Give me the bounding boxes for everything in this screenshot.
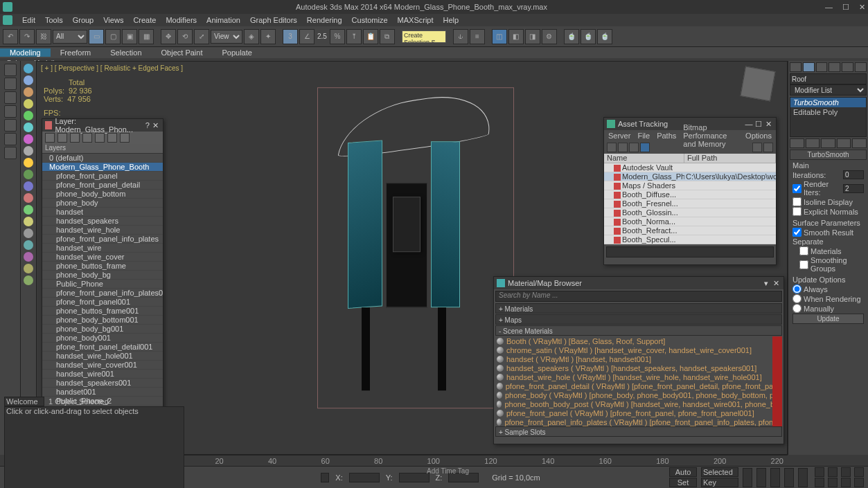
app-menu-icon[interactable] xyxy=(3,15,12,25)
menu-rendering[interactable]: Rendering xyxy=(307,16,342,24)
menu-grapheditors[interactable]: Graph Editors xyxy=(250,16,297,24)
create-light-icon[interactable] xyxy=(4,91,17,104)
modifier-stack[interactable]: TurboSmooth Editable Poly xyxy=(790,97,867,137)
menu-modifiers[interactable]: Modifiers xyxy=(166,16,197,24)
ribbon-tab-populate[interactable]: Populate xyxy=(212,48,261,57)
layer-row[interactable]: phone_body xyxy=(42,199,163,208)
material-group-sample[interactable]: + Sample Slots xyxy=(495,426,782,437)
nav-pan-button[interactable] xyxy=(815,467,824,477)
asset-tracking-panel[interactable]: Asset Tracking — ☐ ✕ Server File Paths B… xyxy=(603,117,777,265)
plane-icon[interactable] xyxy=(24,170,33,179)
asset-tb-4[interactable] xyxy=(640,143,650,152)
close-button[interactable]: ✕ xyxy=(859,3,865,12)
menu-tools[interactable]: Tools xyxy=(45,16,63,24)
geosphere-icon[interactable] xyxy=(24,75,33,85)
select-window-button[interactable]: ▣ xyxy=(122,29,137,44)
material-item[interactable]: chrome_satin ( VRayMtl ) [handset_wire_c… xyxy=(495,345,782,354)
menu-maxscript[interactable]: MAXScript xyxy=(398,16,434,24)
layer-row[interactable]: handset_speakers xyxy=(42,217,163,226)
torus-icon[interactable] xyxy=(24,123,33,132)
nav-zoom-button[interactable] xyxy=(828,467,838,477)
create-shape-icon[interactable] xyxy=(4,78,17,90)
prim-7-icon[interactable] xyxy=(24,252,33,262)
layer-select-button[interactable] xyxy=(82,133,92,143)
cone-icon[interactable] xyxy=(24,111,33,120)
align-button[interactable]: ⫝ xyxy=(453,29,468,44)
menu-edit[interactable]: Edit xyxy=(22,16,35,24)
material-list[interactable]: Booth ( VRayMtl ) [Base, Glass, Roof, Su… xyxy=(495,336,782,426)
create-helper-icon[interactable] xyxy=(4,119,17,132)
refcoord-select[interactable]: View xyxy=(211,30,242,44)
play-start-button[interactable] xyxy=(743,468,752,487)
layer-row[interactable]: phone_buttos_frame001 xyxy=(42,307,163,316)
layer-row[interactable]: pfone_front_panel_info_plates001 xyxy=(42,289,163,298)
layers-button[interactable]: ≡ xyxy=(470,29,485,44)
asset-row[interactable]: Booth_Refract... xyxy=(604,226,776,235)
menu-group[interactable]: Group xyxy=(73,16,94,24)
ribbon-tab-objectpaint[interactable]: Object Paint xyxy=(152,48,213,57)
layer-row[interactable]: handset_wire_hole001 xyxy=(42,352,163,361)
cmd-modify-tab[interactable] xyxy=(803,62,815,72)
render-iters-input[interactable] xyxy=(843,184,864,193)
material-close-button[interactable]: ✕ xyxy=(771,279,781,288)
asset-min-button[interactable]: — xyxy=(744,120,754,128)
asset-row[interactable]: Booth_Diffuse... xyxy=(604,190,776,199)
minimize-button[interactable]: — xyxy=(825,3,833,12)
prim-5-icon[interactable] xyxy=(24,228,33,238)
cylinder-icon[interactable] xyxy=(24,99,33,109)
nav-orbit-button[interactable] xyxy=(815,478,824,487)
explicit-normals-check[interactable] xyxy=(792,207,801,216)
select-rect-button[interactable]: ▢ xyxy=(105,29,121,44)
prim-6-icon[interactable] xyxy=(24,240,33,250)
menu-create[interactable]: Create xyxy=(133,16,156,24)
asset-menu-file[interactable]: File xyxy=(637,132,650,140)
material-search-input[interactable]: Search by Name ... xyxy=(495,291,782,302)
named-selection-input[interactable]: Create Selection S xyxy=(402,30,446,43)
asset-tb-3[interactable] xyxy=(629,143,639,152)
material-item[interactable]: pfone_front_panel ( VRayMtl ) [pfone_fro… xyxy=(495,408,782,417)
stack-showend-button[interactable] xyxy=(806,138,820,148)
menu-help[interactable]: Help xyxy=(443,16,459,24)
asset-tb-2[interactable] xyxy=(618,143,628,152)
render-setup-button[interactable]: ⚙ xyxy=(542,29,557,44)
nav-zoomall-button[interactable] xyxy=(854,467,864,477)
update-render-radio[interactable] xyxy=(792,294,801,303)
material-group-scene[interactable]: - Scene Materials xyxy=(495,325,782,336)
redo-button[interactable]: ↷ xyxy=(19,29,35,44)
menu-animation[interactable]: Animation xyxy=(206,16,240,24)
layer-row[interactable]: 0 (default) xyxy=(42,154,163,163)
asset-row[interactable]: Booth_Fresnel... xyxy=(604,199,776,208)
sep-materials-check[interactable] xyxy=(799,246,808,255)
asset-close-button[interactable]: ✕ xyxy=(763,120,773,129)
box-icon[interactable] xyxy=(24,87,33,97)
asset-row[interactable]: Booth_Glossin... xyxy=(604,208,776,217)
layer-row[interactable]: handset_wire001 xyxy=(42,370,163,379)
menu-bar[interactable]: Edit Tools Group Views Create Modifiers … xyxy=(0,14,868,26)
rollout-turbosmooth[interactable]: TurboSmooth xyxy=(790,150,867,160)
render-button[interactable]: 🍵 xyxy=(564,29,579,44)
cmd-display-tab[interactable] xyxy=(842,62,853,72)
render-iters-check[interactable] xyxy=(792,184,801,193)
layer-row[interactable]: phone_body_bottom001 xyxy=(42,316,163,325)
play-next-button[interactable] xyxy=(784,468,794,487)
layer-row[interactable]: handset_wire_hole xyxy=(42,226,163,235)
cmd-hierarchy-tab[interactable] xyxy=(816,62,828,72)
material-item[interactable]: pfone_front_panel_detail ( VRayMtl ) [pf… xyxy=(495,381,782,390)
angle-snap-button[interactable]: ∠ xyxy=(299,29,315,44)
schematic-button[interactable]: ◧ xyxy=(508,29,524,44)
asset-col-path[interactable]: Full Path xyxy=(684,154,776,163)
prim-8-icon[interactable] xyxy=(24,264,33,273)
asset-max-button[interactable]: ☐ xyxy=(754,120,763,129)
layer-row[interactable]: phone_body_bottom xyxy=(42,190,163,199)
asset-menu-options[interactable]: Options xyxy=(745,132,772,140)
material-group-maps[interactable]: + Maps xyxy=(495,314,782,325)
layer-row[interactable]: handset xyxy=(42,208,163,217)
scale-button[interactable]: ⤢ xyxy=(194,29,209,44)
keymode-select[interactable]: Selected xyxy=(701,467,738,477)
isoline-check[interactable] xyxy=(792,197,801,206)
viewport-label[interactable]: [ + ] [ Perspective ] [ Realistic + Edge… xyxy=(41,64,183,72)
material-editor-button[interactable]: ◨ xyxy=(525,29,540,44)
maximize-button[interactable]: ☐ xyxy=(842,3,849,12)
create-space-icon[interactable] xyxy=(4,133,17,145)
prim-3-icon[interactable] xyxy=(24,205,33,215)
